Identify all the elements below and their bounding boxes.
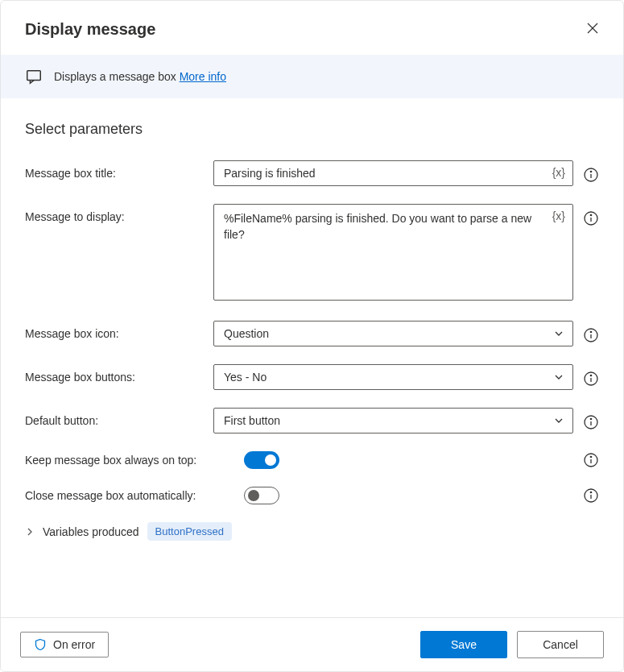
close-button[interactable] [581,17,604,42]
variable-chip[interactable]: ButtonPressed [147,522,232,541]
row-always-on-top: Keep message box always on top: [25,451,599,469]
toggle-always-on-top[interactable] [244,451,279,469]
info-icon[interactable] [583,371,599,387]
info-icon[interactable] [583,487,599,504]
dialog-title: Display message [25,20,155,39]
row-icon: Message box icon: Question [25,321,599,346]
row-auto-close: Close message box automatically: [25,487,599,504]
dialog-footer: On error Save Cancel [1,617,623,671]
close-icon [586,22,599,35]
label-ontop: Keep message box always on top: [25,454,234,467]
toggle-auto-close[interactable] [244,487,279,504]
banner-text: Displays a message box More info [54,70,226,83]
info-icon[interactable] [583,210,599,226]
input-message[interactable] [213,204,573,301]
row-default-button: Default button: First button [25,408,599,433]
row-buttons: Message box buttons: Yes - No [25,364,599,390]
svg-point-12 [590,375,591,375]
insert-variable-button[interactable]: {x} [552,166,565,179]
label-autoclose: Close message box automatically: [25,489,234,502]
label-message: Message to display: [25,204,204,223]
label-buttons: Message box buttons: [25,364,204,384]
svg-point-15 [590,418,591,419]
input-title[interactable] [213,160,573,186]
dialog-header: Display message [1,1,623,55]
select-icon[interactable]: Question [213,321,573,346]
insert-variable-button[interactable]: {x} [552,209,565,222]
svg-point-6 [590,214,591,215]
message-icon [25,68,43,85]
variables-produced-row: Variables produced ButtonPressed [25,522,599,541]
svg-point-3 [590,171,591,172]
info-icon[interactable] [583,414,599,430]
info-banner: Displays a message box More info [1,55,623,98]
label-default: Default button: [25,408,204,427]
save-button[interactable]: Save [420,631,507,658]
svg-point-21 [590,492,591,492]
row-title: Message box title: {x} [25,160,599,186]
svg-point-9 [590,331,591,332]
label-title: Message box title: [25,160,204,180]
shield-icon [34,638,47,651]
variables-produced-label[interactable]: Variables produced [43,525,139,538]
svg-point-18 [590,456,591,457]
on-error-button[interactable]: On error [20,632,109,657]
label-icon: Message box icon: [25,321,204,340]
select-buttons[interactable]: Yes - No [213,364,573,390]
content-area: Select parameters Message box title: {x}… [1,98,623,617]
select-default[interactable]: First button [213,408,573,433]
info-icon[interactable] [583,167,599,183]
section-title: Select parameters [25,121,599,138]
row-message: Message to display: {x} [25,204,599,303]
info-icon[interactable] [583,327,599,343]
more-info-link[interactable]: More info [180,70,226,83]
info-icon[interactable] [583,452,599,468]
chevron-right-icon[interactable] [25,527,35,537]
cancel-button[interactable]: Cancel [517,631,604,658]
svg-rect-0 [27,71,41,81]
